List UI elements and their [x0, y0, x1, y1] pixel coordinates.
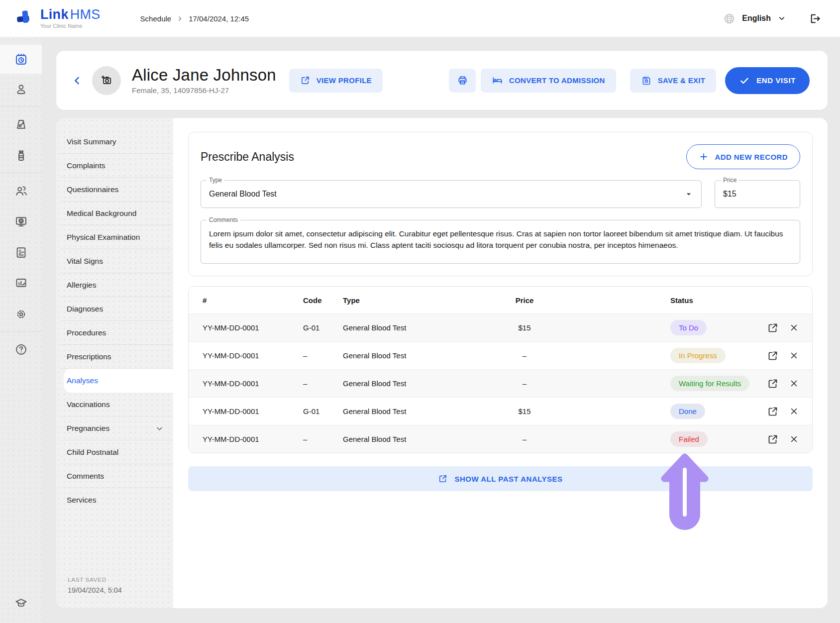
type-field-label: Type [207, 177, 224, 184]
analyses-panel: Prescribe Analysis ADD NEW RECORD Type G… [173, 118, 828, 608]
sidebar-item-procedures[interactable]: Procedures [56, 321, 173, 345]
rail-item-help[interactable] [0, 334, 42, 365]
open-record-button[interactable] [767, 378, 779, 390]
row-actions [754, 378, 812, 390]
section-title: Prescribe Analysis [201, 150, 294, 164]
chevron-down-icon[interactable] [777, 14, 786, 23]
open-record-button[interactable] [767, 322, 779, 334]
table-row: YY-MM-DD-0001–General Blood Test–Waiting… [189, 369, 812, 397]
comments-field-label: Comments [207, 216, 240, 223]
status-cell: Failed [582, 431, 754, 447]
sidebar-item-medical-background[interactable]: Medical Background [56, 202, 173, 225]
table-row: YY-MM-DD-0001–General Blood Test–In Prog… [189, 341, 812, 369]
close-icon [789, 322, 799, 333]
rail-item-patients[interactable] [0, 74, 42, 104]
open-record-button[interactable] [767, 433, 779, 445]
sidebar-item-pregnancies[interactable]: Pregnancies [56, 416, 173, 440]
column-header-status: Status [582, 296, 754, 305]
type-select[interactable]: Type General Blood Test [201, 180, 702, 208]
sidebar-item-vital-signs[interactable]: Vital Signs [56, 249, 173, 273]
view-profile-button[interactable]: VIEW PROFILE [289, 69, 383, 93]
logout-button[interactable] [809, 12, 821, 25]
sidebar-item-diagnoses[interactable]: Diagnoses [56, 297, 173, 321]
delete-record-button[interactable] [789, 322, 799, 333]
rail-item-settings[interactable] [0, 299, 42, 329]
sidebar-item-label: Allergies [67, 281, 96, 290]
patient-name: Alice Jane Johnson [132, 66, 276, 84]
delete-record-button[interactable] [789, 406, 799, 416]
sidebar-item-physical-examination[interactable]: Physical Examination [56, 225, 173, 249]
sidebar-item-visit-summary[interactable]: Visit Summary [56, 130, 173, 154]
rail-item-laboratory[interactable] [0, 109, 42, 140]
sidebar-item-comments[interactable]: Comments [56, 464, 173, 488]
help-icon [14, 343, 28, 356]
delete-record-button[interactable] [789, 350, 799, 361]
sidebar-item-label: Questionnaires [67, 185, 118, 194]
end-visit-button[interactable]: END VISIT [725, 67, 810, 94]
workstation-icon [14, 215, 28, 228]
column-header-code: Code [303, 296, 343, 305]
rail-item-billing[interactable]: $ [0, 237, 42, 268]
rail-item-pharmacy[interactable] [0, 140, 42, 171]
sidebar-item-allergies[interactable]: Allergies [56, 273, 173, 297]
comments-field[interactable]: Comments Lorem ipsum dolor sit amet, con… [201, 220, 800, 264]
back-button[interactable] [71, 70, 89, 92]
code-cell: G-01 [303, 323, 343, 332]
rail-item-staff[interactable] [0, 175, 42, 206]
sidebar-item-questionnaires[interactable]: Questionnaires [56, 178, 173, 202]
sidebar-item-child-postnatal[interactable]: Child Postnatal [56, 440, 173, 464]
last-saved-label: LAST SAVED [68, 577, 122, 583]
patient-details: Female, 35, 14097856-HJ-27 [132, 86, 276, 95]
row-actions [754, 433, 812, 445]
delete-record-button[interactable] [789, 378, 799, 389]
settings-icon [14, 308, 28, 321]
external-link-icon [300, 75, 311, 86]
sidebar-item-label: Prescriptions [67, 352, 111, 361]
show-all-past-analyses-button[interactable]: SHOW ALL PAST ANALYSES [188, 466, 813, 491]
rail-item-reports[interactable] [0, 268, 42, 299]
breadcrumb-current: 17/04/2024, 12:45 [189, 14, 249, 23]
open-record-button[interactable] [767, 350, 779, 362]
open-record-icon [767, 433, 779, 445]
price-cell: $15 [467, 407, 582, 415]
record-id-cell: YY-MM-DD-0001 [189, 323, 303, 332]
status-cell: In Progress [582, 348, 754, 363]
price-field[interactable]: Price $15 [715, 180, 800, 208]
print-button[interactable] [449, 69, 476, 93]
brand-title: LinkHMS [40, 8, 101, 21]
rail-item-schedule[interactable] [0, 45, 42, 74]
sidebar-item-label: Complaints [67, 161, 105, 170]
plus-icon [699, 152, 709, 162]
avatar[interactable] [92, 66, 121, 95]
add-new-record-button[interactable]: ADD NEW RECORD [686, 144, 800, 169]
breadcrumb-schedule[interactable]: Schedule [140, 14, 172, 23]
sidebar-item-complaints[interactable]: Complaints [56, 154, 173, 178]
type-cell: General Blood Test [343, 323, 467, 332]
save-icon [641, 75, 652, 86]
save-exit-button[interactable]: SAVE & EXIT [630, 69, 717, 93]
code-cell: – [303, 379, 343, 388]
prescribe-analysis-card: Prescribe Analysis ADD NEW RECORD Type G… [188, 132, 813, 276]
sidebar-item-label: Medical Background [67, 209, 136, 218]
sidebar-item-prescriptions[interactable]: Prescriptions [56, 345, 173, 369]
rail-item-workstation[interactable] [0, 206, 42, 237]
sidebar-item-analyses[interactable]: Analyses [64, 369, 173, 393]
open-record-button[interactable] [767, 406, 779, 417]
delete-record-button[interactable] [789, 434, 799, 444]
rail-divider [0, 173, 42, 173]
sidebar-item-label: Analyses [67, 376, 98, 385]
row-actions [754, 350, 812, 362]
row-actions [754, 406, 812, 417]
price-field-label: Price [721, 177, 739, 184]
close-icon [789, 350, 799, 361]
rail-item-education[interactable] [0, 597, 42, 610]
column-header-price: Price [467, 296, 582, 305]
language-selector[interactable]: English [742, 14, 771, 23]
sidebar-item-vaccinations[interactable]: Vaccinations [56, 393, 173, 416]
type-cell: General Blood Test [343, 379, 467, 388]
convert-to-admission-button[interactable]: CONVERT TO ADMISSION [481, 69, 616, 93]
status-cell: Done [582, 404, 754, 419]
sidebar-item-services[interactable]: Services [56, 488, 173, 512]
bed-icon [492, 75, 503, 86]
sidebar-item-label: Pregnancies [67, 424, 109, 433]
